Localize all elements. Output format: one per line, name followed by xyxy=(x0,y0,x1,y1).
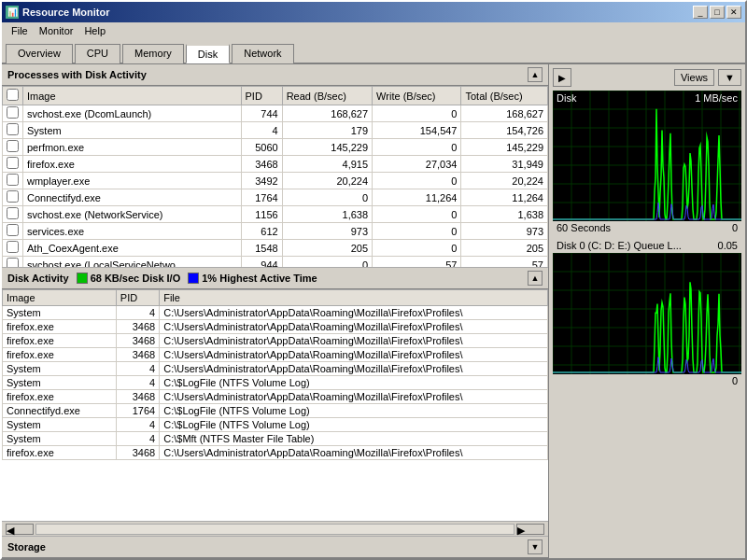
processes-table-container[interactable]: Image PID Read (B/sec) Write (B/sec) Tot… xyxy=(2,86,548,268)
row-write: 0 xyxy=(373,206,461,223)
disk-row-image: Connectifyd.exe xyxy=(3,404,117,418)
processes-title: Processes with Disk Activity xyxy=(7,69,147,80)
table-row: svchost.exe (DcomLaunch) 744 168,627 0 1… xyxy=(3,105,548,122)
legend-io-color xyxy=(77,273,88,284)
disk-row-image: firefox.exe xyxy=(3,390,117,404)
row-checkbox-cell[interactable] xyxy=(3,223,23,240)
table-row: perfmon.exe 5060 145,229 0 145,229 xyxy=(3,139,548,156)
disk-row-pid: 4 xyxy=(116,362,159,376)
row-checkbox[interactable] xyxy=(7,174,19,186)
row-write: 0 xyxy=(373,105,461,122)
row-checkbox-cell[interactable] xyxy=(3,189,23,206)
row-image: svchost.exe (NetworkService) xyxy=(23,206,242,223)
scroll-track[interactable] xyxy=(35,524,514,535)
row-read: 4,915 xyxy=(282,156,372,173)
row-checkbox[interactable] xyxy=(7,123,19,135)
views-dropdown-btn[interactable]: ▼ xyxy=(718,69,741,86)
row-checkbox[interactable] xyxy=(7,241,19,253)
disk-col-file[interactable]: File xyxy=(160,290,548,306)
menu-file[interactable]: File xyxy=(6,24,34,37)
row-image: wmplayer.exe xyxy=(23,173,242,189)
table-row: firefox.exe 3468 4,915 27,034 31,949 xyxy=(3,156,548,173)
disk-activity-table-container[interactable]: Image PID File System 4 C:\Users\Adminis… xyxy=(2,289,548,521)
disk-row-file: C:\$Mft (NTFS Master File Table) xyxy=(160,432,548,446)
processes-col-total[interactable]: Total (B/sec) xyxy=(461,87,548,105)
processes-col-pid[interactable]: PID xyxy=(241,87,282,105)
row-checkbox-cell[interactable] xyxy=(3,105,23,122)
disk-activity-header-left: Disk Activity 68 KB/sec Disk I/O 1% High… xyxy=(7,273,317,284)
title-controls: _ □ ✕ xyxy=(693,6,741,19)
disk-row-pid: 3468 xyxy=(116,446,159,460)
disk-row-file: C:\Users\Administrator\AppData\Roaming\M… xyxy=(160,362,548,376)
row-checkbox-cell[interactable] xyxy=(3,156,23,173)
processes-col-image[interactable]: Image xyxy=(23,87,242,105)
maximize-button[interactable]: □ xyxy=(710,6,725,19)
menu-help[interactable]: Help xyxy=(78,24,111,37)
row-checkbox-cell[interactable] xyxy=(3,206,23,223)
menu-monitor[interactable]: Monitor xyxy=(34,24,79,37)
row-pid: 1156 xyxy=(241,206,282,223)
list-item: System 4 C:\Users\Administrator\AppData\… xyxy=(3,362,548,376)
row-checkbox-cell[interactable] xyxy=(3,139,23,156)
select-all-checkbox[interactable] xyxy=(7,89,19,101)
row-total: 973 xyxy=(461,223,548,240)
processes-col-write[interactable]: Write (B/sec) xyxy=(373,87,461,105)
disk-row-image: firefox.exe xyxy=(3,320,117,334)
row-read: 20,224 xyxy=(282,173,372,189)
processes-col-check[interactable] xyxy=(3,87,23,105)
row-checkbox-cell[interactable] xyxy=(3,240,23,257)
processes-collapse-button[interactable]: ▲ xyxy=(528,67,543,82)
graph2-bottom-right: 0 xyxy=(732,375,738,386)
row-checkbox[interactable] xyxy=(7,224,19,236)
app-icon: 📊 xyxy=(6,6,19,19)
views-button[interactable]: Views xyxy=(674,69,714,86)
disk0-header: Disk 0 (C: D: E:) Queue L... 0.05 xyxy=(553,238,741,253)
list-item: firefox.exe 3468 C:\Users\Administrator\… xyxy=(3,348,548,362)
window-title: Resource Monitor xyxy=(22,7,110,18)
graph1-bottom-left: 60 Seconds xyxy=(557,222,611,233)
row-image: services.exe xyxy=(23,223,242,240)
scroll-right-btn[interactable]: ▶ xyxy=(516,524,544,535)
row-checkbox-cell[interactable] xyxy=(3,122,23,139)
disk-row-image: firefox.exe xyxy=(3,348,117,362)
disk-graph-2: Disk 0 (C: D: E:) Queue L... 0.05 0 xyxy=(553,238,741,387)
row-read: 973 xyxy=(282,223,372,240)
play-button[interactable]: ▶ xyxy=(553,68,571,87)
main-window: 📊 Resource Monitor _ □ ✕ File Monitor He… xyxy=(0,0,747,560)
tab-network[interactable]: Network xyxy=(232,44,293,63)
scroll-left-btn[interactable]: ◀ xyxy=(6,524,34,535)
row-write: 11,264 xyxy=(373,189,461,206)
row-checkbox[interactable] xyxy=(7,258,19,268)
tab-overview[interactable]: Overview xyxy=(6,44,73,63)
tab-cpu[interactable]: CPU xyxy=(75,44,120,63)
storage-collapse-button[interactable]: ▼ xyxy=(528,539,543,554)
row-checkbox[interactable] xyxy=(7,106,19,119)
disk-col-pid[interactable]: PID xyxy=(116,290,159,306)
storage-title: Storage xyxy=(7,541,46,553)
horizontal-scrollbar[interactable]: ◀ ▶ xyxy=(2,521,548,536)
row-checkbox[interactable] xyxy=(7,207,19,219)
disk-graph-1-canvas xyxy=(553,91,741,221)
row-checkbox[interactable] xyxy=(7,140,19,152)
close-button[interactable]: ✕ xyxy=(726,6,741,19)
row-checkbox[interactable] xyxy=(7,190,19,203)
row-checkbox-cell[interactable] xyxy=(3,257,23,269)
disk-row-file: C:\$LogFile (NTFS Volume Log) xyxy=(160,418,548,432)
disk-activity-collapse-button[interactable]: ▲ xyxy=(528,271,543,286)
disk-row-image: System xyxy=(3,376,117,390)
storage-section: Storage ▼ xyxy=(2,536,548,558)
table-row: svchost.exe (LocalServiceNetwo... 944 0 … xyxy=(3,257,548,269)
minimize-button[interactable]: _ xyxy=(693,6,708,19)
processes-col-read[interactable]: Read (B/sec) xyxy=(282,87,372,105)
list-item: firefox.exe 3468 C:\Users\Administrator\… xyxy=(3,334,548,348)
disk-graph-2-bottom: 0 xyxy=(553,374,741,387)
tab-disk[interactable]: Disk xyxy=(186,44,230,63)
disk-col-image[interactable]: Image xyxy=(3,290,117,306)
row-pid: 3468 xyxy=(241,156,282,173)
row-checkbox[interactable] xyxy=(7,157,19,169)
row-total: 168,627 xyxy=(461,105,548,122)
row-total: 57 xyxy=(461,257,548,269)
row-total: 205 xyxy=(461,240,548,257)
tab-memory[interactable]: Memory xyxy=(122,44,184,63)
row-checkbox-cell[interactable] xyxy=(3,173,23,189)
